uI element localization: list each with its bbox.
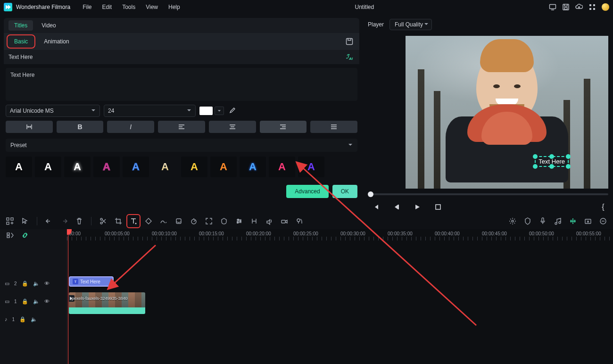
mute-icon[interactable]: 🔈 — [33, 298, 40, 305]
ai-magic-icon[interactable]: ℐAI — [344, 52, 355, 62]
visibility-icon[interactable]: 👁 — [44, 281, 50, 286]
preset-thumb[interactable]: A — [35, 157, 61, 177]
time-ruler[interactable]: 00:00 00:00:05:00 00:00:10:00 00:00:15:0… — [67, 229, 613, 241]
save-preset-icon[interactable] — [344, 36, 355, 47]
stop-button[interactable] — [433, 202, 443, 212]
apps-grid-icon[interactable] — [588, 3, 596, 11]
mute-icon[interactable]: 🔈 — [31, 316, 37, 323]
menu-file[interactable]: File — [83, 4, 91, 10]
preset-thumb[interactable]: A — [181, 157, 207, 177]
scrub-handle[interactable] — [368, 191, 373, 197]
preset-thumb[interactable]: A — [152, 157, 178, 177]
redo-icon[interactable] — [59, 216, 69, 226]
color-tool-icon[interactable] — [174, 216, 184, 226]
preview-settings-icon[interactable]: { — [598, 202, 608, 212]
align-right-button[interactable] — [260, 121, 307, 133]
subtab-basic[interactable]: Basic — [8, 36, 33, 47]
music-icon[interactable] — [553, 216, 563, 226]
align-center-button[interactable] — [209, 121, 256, 133]
ok-button[interactable]: OK — [332, 185, 357, 198]
preset-thumb[interactable]: A — [123, 157, 149, 177]
menu-view[interactable]: View — [146, 4, 158, 10]
title-text-input[interactable]: Text Here — [6, 68, 357, 101]
title-track-header[interactable]: ▭2 🔒 🔈 👁 — [0, 274, 66, 292]
audio-detach-icon[interactable] — [264, 216, 274, 226]
keyframe-icon[interactable] — [143, 216, 154, 226]
gear-icon[interactable] — [507, 216, 518, 226]
preset-thumb[interactable]: A — [298, 157, 324, 177]
preset-thumb[interactable]: A — [64, 157, 91, 177]
visibility-icon[interactable]: 👁 — [44, 298, 50, 304]
lock-icon[interactable]: 🔒 — [22, 281, 28, 287]
font-family-select[interactable]: Arial Unicode MS — [6, 105, 100, 117]
preset-thumb[interactable]: A — [93, 157, 120, 177]
preset-select[interactable]: Preset — [6, 139, 357, 152]
undo-icon[interactable] — [44, 216, 54, 226]
add-track-icon[interactable] — [5, 230, 15, 240]
color-dropdown[interactable] — [215, 107, 224, 115]
mute-icon[interactable]: 🔈 — [33, 281, 40, 287]
title-clip-icon: T — [73, 279, 78, 284]
lock-icon[interactable]: 🔒 — [19, 316, 26, 323]
italic-button[interactable]: I — [107, 121, 154, 133]
audio-track-header[interactable]: ♪1 🔒 🔈 — [0, 310, 66, 328]
tab-titles[interactable]: Titles — [8, 20, 33, 31]
coins-icon[interactable] — [602, 3, 609, 11]
video-clip[interactable]: pexels-fauxels-3249935-3840 — [69, 292, 145, 314]
advanced-button[interactable]: Advanced — [286, 185, 328, 198]
font-size-select[interactable]: 24 — [104, 105, 196, 117]
prev-frame-button[interactable] — [371, 202, 381, 212]
crop-icon[interactable] — [113, 216, 124, 226]
menu-help[interactable]: Help — [168, 4, 180, 10]
save-icon[interactable] — [562, 3, 570, 11]
voice-icon[interactable] — [294, 216, 305, 226]
video-track-header[interactable]: ▭1 🔒 🔈 👁 — [0, 292, 66, 310]
text-color-picker[interactable] — [199, 107, 224, 115]
track-motion-icon[interactable] — [249, 216, 259, 226]
text-tool-icon[interactable] — [128, 216, 139, 226]
cloud-upload-icon[interactable] — [575, 3, 583, 11]
title-overlay[interactable]: Text Here — [535, 156, 569, 167]
preset-thumb[interactable]: A — [269, 157, 295, 177]
subtab-animation[interactable]: Animation — [38, 36, 75, 47]
ruler-tick: 00:00:35:00 — [388, 231, 413, 236]
align-left-button[interactable] — [158, 121, 205, 133]
adjust-icon[interactable] — [234, 216, 244, 226]
quality-select[interactable]: Full Quality — [389, 19, 432, 30]
snapshot-icon[interactable] — [583, 216, 593, 226]
menu-edit[interactable]: Edit — [102, 4, 112, 10]
monitor-icon[interactable] — [549, 3, 556, 11]
pointer-tool-icon[interactable] — [20, 216, 30, 226]
render-icon[interactable] — [279, 216, 290, 226]
zoom-out-icon[interactable] — [598, 216, 608, 226]
step-back-button[interactable] — [391, 202, 402, 212]
mask-icon[interactable] — [219, 216, 229, 226]
preset-thumb[interactable]: A — [240, 157, 266, 177]
title-track-header[interactable] — [0, 241, 66, 274]
title-clip[interactable]: T Text Here — [69, 276, 114, 287]
bold-button[interactable]: B — [57, 121, 104, 133]
eyedropper-icon[interactable] — [228, 107, 236, 115]
char-spacing-button[interactable] — [6, 121, 53, 133]
menu-tools[interactable]: Tools — [122, 4, 135, 10]
marker-outline-icon[interactable] — [522, 216, 533, 226]
delete-icon[interactable] — [74, 216, 84, 226]
audio-mixer-icon[interactable] — [568, 216, 578, 226]
align-justify-button[interactable] — [310, 121, 357, 133]
lock-icon[interactable]: 🔒 — [22, 298, 28, 305]
crop-zoom-icon[interactable] — [204, 216, 214, 226]
preset-thumb[interactable]: A — [6, 157, 32, 177]
speed-ramp-icon[interactable] — [158, 216, 169, 226]
scrub-bar[interactable] — [368, 193, 608, 195]
svg-rect-9 — [436, 205, 440, 209]
split-icon[interactable] — [98, 216, 108, 226]
link-icon[interactable] — [20, 230, 30, 240]
add-media-icon[interactable] — [5, 216, 15, 226]
tracks-area[interactable]: 00:00 00:00:05:00 00:00:10:00 00:00:15:0… — [67, 229, 613, 364]
preview-viewport[interactable]: Text Here — [368, 36, 608, 189]
mic-icon[interactable] — [538, 216, 548, 226]
speed-icon[interactable] — [189, 216, 199, 226]
tab-video[interactable]: Video — [36, 20, 61, 31]
play-button[interactable] — [412, 202, 422, 212]
preset-thumb[interactable]: A — [210, 157, 237, 177]
